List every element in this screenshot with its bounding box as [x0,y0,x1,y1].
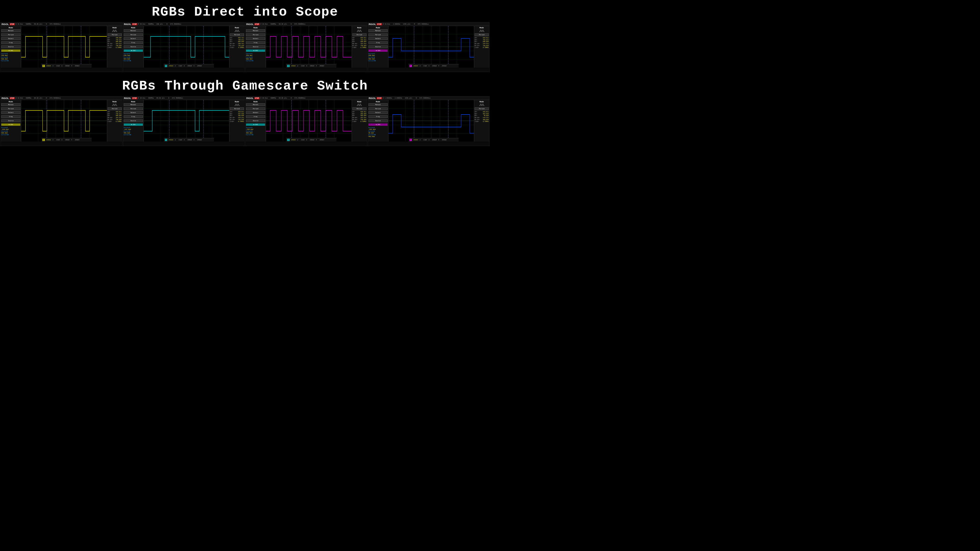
ch-scale-2: 2 11mV [175,139,182,141]
scope-top-bar: RIGOL STOP H 10.0us 500MSa 60.0k pts D 6… [1,97,122,100]
cursor-a-value: -247.5mV [124,129,143,130]
channel-indicator: ◄ CH2 [124,124,143,126]
scope-info-bar: H 10.0us 1.000GSa 125k pts D 673.400000u… [383,23,429,25]
ch-scale-1: 200mV [169,139,173,141]
stop-badge: STOP [377,23,382,25]
source-btn[interactable]: Source [369,45,388,48]
right-period-btn: Period [475,107,489,110]
scope-switch-3: RIGOL STOP H 10.0us 500MSa 60.0k pts D 6… [245,96,367,146]
scope-bottom-bar: 1 200mV 2 11mV 3 200mV 4 200mV [41,138,92,141]
title-switch: RGBs Through Gamescare Switch [0,74,490,96]
select-btn[interactable]: Select [246,111,265,114]
cursor-b-value: 508.0mV [1,58,21,60]
mode-label: Mode [1,27,21,29]
ch-scale-3: 3 200mV [428,139,437,141]
measurements: AX=618.0us BX=732.2us BY=599.8mV BX-AX=1… [352,37,366,49]
freq-label: Freq [369,115,388,118]
select-btn[interactable]: Select [369,37,388,40]
measurements: AX=618.0us BX=247.5mV BY=495.0mV BX-AX=1… [230,111,244,123]
cursor-a-value: 238.5mV [124,55,143,56]
cursor-ab-label: CursorAB [1,60,21,62]
source-btn[interactable]: Source [369,119,388,122]
rigol-logo: RIGOL [124,97,131,100]
source-btn[interactable]: Source [246,45,265,48]
scope-display: 1 200mV 2 11mV 3 200mV 4 200mV [144,100,229,141]
scope-switch-4: RIGOL STOP H 1.000GSa 1.000GSa 125k pts … [368,96,490,146]
ch-scale-3: 3 200mV [184,139,192,141]
direct-scopes-row: RIGOL STOP H 10.0us 500MSa 60.0k pts D 6… [0,22,490,72]
scope-switch-2: RIGOL STOP H 10.0us 500MSa 60.0k pts D 6… [123,96,245,146]
ch-scale-1: 200mV [169,65,173,67]
select-btn[interactable]: Select [1,37,21,40]
waveform-icon [112,103,117,106]
source-btn[interactable]: Source [1,45,21,48]
scope-top-bar: RIGOL STOP H 1.000GSa 1.000GSa 125k pts … [368,97,490,100]
ch-scale-4: 4 200mV [71,139,80,141]
cursor-b-value: 48.0mV [369,132,388,134]
scope-direct-3: RIGOL STOP H 10.0us 500MSa 60.0k pts D 6… [245,22,367,72]
cursor-a-value: -248.0mV [1,129,21,130]
select-btn[interactable]: Select [1,111,21,114]
scope-right-panel: Mode Period AX=618.0us BX=732.2us [474,26,489,68]
scope-direct-1: RIGOL STOP H 10.0us 500MSa 60.0k pts D 6… [0,22,123,72]
cursor-ab-label: CursorAB [369,60,388,62]
right-period-btn: Period [352,107,366,110]
manual-btn[interactable]: Manual [246,103,265,106]
ch-scale-1: 200mV [46,65,51,67]
freq-label: Freq [1,41,21,44]
ch-indicator: 1 [42,65,45,67]
source-btn[interactable]: Source [124,119,143,122]
manual-btn[interactable]: Manual [1,103,21,106]
rigol-logo: RIGOL [246,97,254,100]
scope-left-panel: Mode Manual Period Select Freq Source ◄ … [368,26,388,68]
source-btn[interactable]: Source [1,119,21,122]
manual-btn[interactable]: Manual [369,103,388,106]
channel-indicator: ◄ CH2 [246,124,265,126]
scope-bottom-bar: 1 200mV 2 11mV 3 200mV 4 200mV [409,138,459,141]
manual-btn[interactable]: Manual [124,103,143,106]
ch-scale-4: 4 200mV [71,65,80,67]
cursor-ab-label: CursorAB [246,60,265,62]
scope-switch-1: RIGOL STOP H 10.0us 500MSa 60.0k pts D 6… [0,96,123,146]
manual-btn[interactable]: Manual [246,29,265,32]
right-period-btn: Period [230,107,244,110]
manual-btn[interactable]: Manual [124,29,143,32]
channel-indicator: ◄ CH2 [246,49,265,52]
select-btn[interactable]: Select [124,111,143,114]
select-btn[interactable]: Select [124,37,143,40]
mode-label: Mode [246,27,265,29]
rigol-logo: RIGOL [2,97,9,100]
source-btn[interactable]: Source [246,119,265,122]
cursor-b-value: 504.0mV [124,58,143,60]
ch-indicator: 1 [410,139,412,141]
scope-top-bar: RIGOL STOP H 10.0us 1.000GSa 125k pts D … [368,22,490,26]
manual-btn[interactable]: Manual [369,29,388,32]
period-label: Period [124,33,143,36]
cursor-b-value: 500.0mV [246,58,265,60]
ch-scale-4: 4 200mV [438,139,446,141]
manual-btn[interactable]: Manual [1,29,21,32]
scope-bottom-bar: 1 200mV 2 11mV 3 200mV 4 200mV [409,64,459,68]
select-btn[interactable]: Select [369,111,388,114]
scope-info-bar: H 10.0us 500MSa 60.0k pts D 673.400000us [16,97,60,99]
rigol-logo: RIGOL [369,97,376,100]
cursor-b-value: 400.0mV [369,58,388,60]
mode-label: Mode [124,100,143,103]
ch-indicator: 1 [165,65,167,67]
waveform-icon [112,29,117,33]
cursor-b-label: CursorB [124,56,143,58]
rigol-logo: RIGOL [2,23,9,25]
ch-scale-4: 4 200mV [193,65,202,67]
scope-top-bar: RIGOL STOP H 10.0us 500MSa 60.0k pts D 6… [245,97,367,100]
scope-main: Mode Manual Period Select Freq Source ◄ … [368,100,490,141]
scope-main: Mode Manual Period Select Freq Source ◄ … [245,100,367,141]
cursor-b-value: 500.0mV [1,132,21,134]
right-mode-label: Mode [108,100,122,103]
ch-scale-2: 2 11mV [175,65,182,67]
waveform-icon [234,103,240,106]
right-period-btn: Period [352,33,366,36]
ch-scale-4: 4 200mV [193,139,202,141]
select-btn[interactable]: Select [246,37,265,40]
right-mode-label: Mode [108,27,122,29]
source-btn[interactable]: Source [124,45,143,48]
